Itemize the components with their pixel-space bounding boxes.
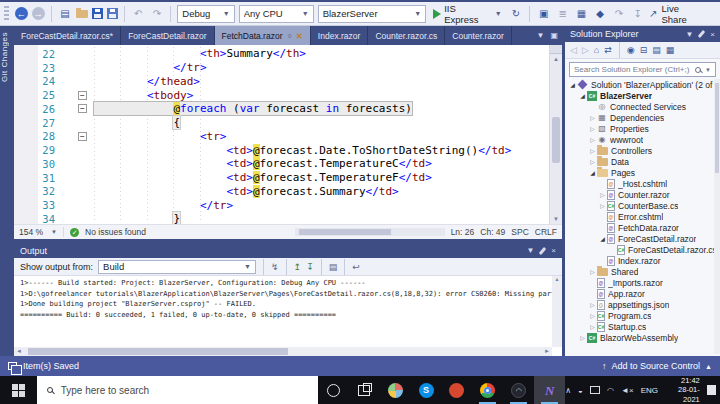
expander-icon[interactable]: ▷ [588, 323, 597, 330]
photos-button[interactable] [441, 376, 472, 404]
expander-icon[interactable]: ◢ [588, 169, 597, 176]
code-line-34[interactable]: 34 } [14, 212, 549, 224]
tree-item-data[interactable]: ▷Data [565, 156, 714, 167]
tab-forecastdetail-razor[interactable]: ForeCastDetail.razor [121, 26, 214, 45]
solution-search-input[interactable]: Search Solution Explorer (Ctrl+;) ▼ [569, 62, 716, 77]
fold-collapse-icon[interactable]: − [78, 91, 87, 100]
tab-options-icon[interactable]: ▣ [550, 31, 558, 40]
skype-button[interactable]: S [411, 376, 442, 404]
code-line-26[interactable]: 26− @foreach (var forecast in forecasts) [14, 102, 549, 116]
window-position-icon[interactable]: ▼ [685, 30, 693, 39]
tree-item-shared[interactable]: ▷Shared [565, 266, 714, 277]
show-all-files-icon[interactable]: ▦ [666, 45, 675, 55]
window-position-icon[interactable]: ▼ [526, 246, 534, 255]
pin-icon[interactable] [698, 30, 705, 38]
scrollbar-thumb[interactable] [28, 348, 288, 355]
action-center-icon[interactable] [707, 385, 716, 395]
code-editor[interactable]: 22 <th>Summary</th>23 </tr>24 </thead>25… [14, 45, 562, 224]
source-control-button[interactable]: ↑ Add to Source Control ▲ [602, 361, 712, 371]
solution-explorer-titlebar[interactable]: Solution Explorer ▼ × [565, 26, 720, 42]
output-log[interactable]: 1>------ Build started: Project: BlazerS… [14, 276, 552, 347]
tree-item-connected-services[interactable]: ◎Connected Services [565, 101, 714, 112]
editor-vertical-scrollbar[interactable]: ▲ ▼ [549, 45, 562, 224]
scope-dropdown-icon[interactable]: ◉ [627, 45, 635, 55]
tree-item-startup-cs[interactable]: ▷C#Startup.cs [565, 321, 714, 332]
scroll-right-icon[interactable]: ► [544, 347, 550, 356]
tree-item-error-cshtml[interactable]: @Error.cshtml [565, 211, 714, 222]
code-line-27[interactable]: 27 { [14, 116, 549, 130]
tree-item-imports-razor[interactable]: @_Imports.razor [565, 277, 714, 288]
tree-scrollbar[interactable] [714, 79, 720, 354]
expander-icon[interactable]: ◢ [598, 235, 607, 242]
platform-dropdown[interactable]: Any CPU ▼ [239, 5, 314, 23]
spaces-indicator[interactable]: SPC [511, 227, 528, 237]
scroll-down-icon[interactable]: ▼ [550, 214, 562, 224]
tab-counter-razor[interactable]: Counter.razor [445, 26, 512, 45]
show-hidden-icons-button[interactable]: ∧ [565, 386, 571, 395]
fold-collapse-icon[interactable]: − [78, 132, 87, 141]
code-line-30[interactable]: 30 <td>@forecast.TemperatureC</td> [14, 157, 549, 171]
code-line-22[interactable]: 22 <th>Summary</th> [14, 47, 549, 61]
tree-item-index-razor[interactable]: @Index.razor [565, 255, 714, 266]
tab-fetchdata-razor[interactable]: FetchData.razor○✕ [215, 26, 311, 45]
volume-icon[interactable]: ◄× [621, 386, 634, 395]
chrome-button[interactable] [472, 376, 503, 404]
tree-item-properties[interactable]: ▷▧Properties [565, 123, 714, 134]
code-line-32[interactable]: 32 <td>@forecast.Summary</td> [14, 185, 549, 199]
code-line-24[interactable]: 24 </thead> [14, 75, 549, 89]
language-indicator[interactable]: ENG [641, 386, 658, 395]
sync-with-active-document-icon[interactable]: ⇄ [604, 45, 612, 55]
tree-item-wwwroot[interactable]: ▷◉wwwroot [565, 134, 714, 145]
taskbar-search-input[interactable]: Type here to search [37, 376, 318, 404]
code-line-25[interactable]: 25− <tbody> [14, 88, 549, 102]
tree-item-blazerserver[interactable]: ◢C#BlazerServer [565, 90, 714, 101]
navigate-forward-icon[interactable]: → [32, 7, 45, 20]
line-ending-indicator[interactable]: CRLF [535, 227, 557, 237]
tree-item-host-cshtml[interactable]: @_Host.cshtml [565, 178, 714, 189]
expander-icon[interactable]: ▷ [588, 268, 597, 275]
redo-icon[interactable]: ↷ [150, 8, 165, 19]
tab-index-razor[interactable]: Index.razor [311, 26, 369, 45]
git-changes-collapsed-tab[interactable]: Git Changes [0, 30, 14, 84]
close-icon[interactable]: × [710, 30, 715, 39]
chevron-down-icon[interactable]: ▼ [705, 67, 711, 73]
expander-icon[interactable]: ▷ [588, 125, 597, 132]
save-all-icon[interactable] [107, 8, 118, 19]
output-source-dropdown[interactable]: Build ▼ [98, 260, 256, 274]
indent-decrease-icon[interactable]: ≣ [555, 8, 570, 19]
clock[interactable]: 21:42 28-01-2021 [665, 376, 700, 404]
tree-item-blazorwebassembly[interactable]: ▷C#BlazorWebAssembly [565, 332, 714, 343]
network-globe-icon[interactable]: ◒ [578, 386, 583, 395]
code-line-31[interactable]: 31 <td>@forecast.TemperatureF</td> [14, 171, 549, 185]
navigate-back-icon[interactable]: ← [15, 7, 28, 20]
scroll-up-icon[interactable]: ▲ [550, 54, 562, 64]
task-view-button[interactable] [349, 376, 380, 404]
tree-item-counterbase-cs[interactable]: ▷C#CounterBase.cs [565, 200, 714, 211]
refresh-icon[interactable]: ↻ [509, 8, 524, 19]
properties-icon[interactable]: ▤ [652, 45, 661, 55]
startup-project-dropdown[interactable]: BlazerServer ▼ [318, 5, 427, 23]
expander-icon[interactable]: ▷ [578, 334, 587, 341]
step-into-icon[interactable]: ↧ [630, 8, 645, 19]
toolbar-grip[interactable] [4, 6, 9, 22]
editor-horizontal-scrollbar[interactable] [295, 228, 445, 236]
tree-item-pages[interactable]: ◢Pages [565, 167, 714, 178]
scrollbar-thumb[interactable] [552, 117, 560, 163]
comment-icon[interactable]: ▦ [574, 8, 589, 19]
splitter-handle[interactable] [550, 45, 562, 54]
word-wrap-icon[interactable]: ↩ [352, 262, 360, 272]
output-titlebar[interactable]: Output ▼ × [14, 243, 562, 258]
tree-item-forecastdetail-razor-cs[interactable]: C#ForeCastDetail.razor.cs [565, 244, 714, 255]
code-preview-icon[interactable]: ▣ [536, 8, 551, 19]
open-file-icon[interactable] [76, 10, 88, 18]
expander-icon[interactable]: ▷ [598, 191, 607, 198]
issues-label[interactable]: No issues found [85, 227, 146, 237]
expander-icon[interactable]: ▷ [598, 202, 607, 209]
scrollbar-thumb[interactable] [715, 83, 719, 173]
tree-item-fetchdata-razor[interactable]: @FetchData.razor [565, 222, 714, 233]
code-line-23[interactable]: 23 </tr> [14, 61, 549, 75]
tree-item-program-cs[interactable]: ▷C#Program.cs [565, 310, 714, 321]
pin-tab-icon[interactable]: ○ [288, 32, 292, 39]
tab-list-dropdown-icon[interactable]: ▼ [537, 31, 545, 40]
cortana-button[interactable] [318, 376, 349, 404]
